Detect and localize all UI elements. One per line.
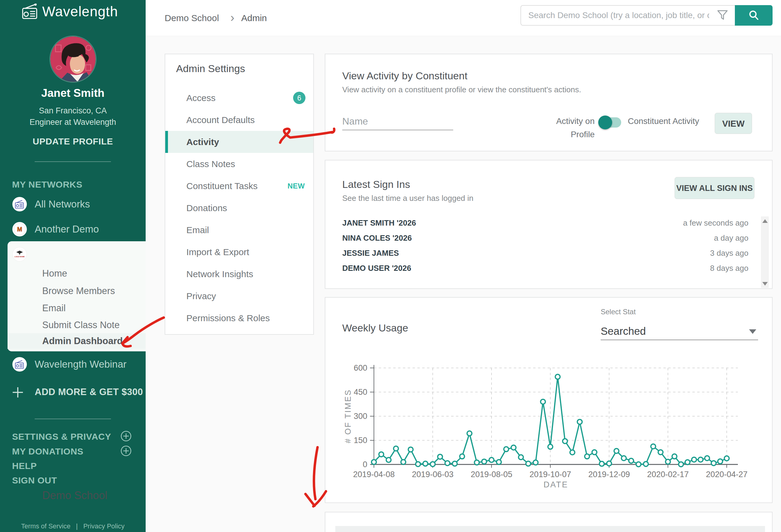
admin-settings-menu: Access6 Account Defaults Activity Class … xyxy=(165,87,313,329)
menu-item-account-defaults[interactable]: Account Defaults xyxy=(165,109,313,131)
menu-item-access[interactable]: Access6 xyxy=(165,87,313,109)
new-badge: NEW xyxy=(288,175,305,197)
avatar-image xyxy=(50,37,95,82)
stat-select[interactable]: Searched xyxy=(601,324,757,338)
view-button[interactable]: VIEW xyxy=(715,113,752,134)
menu-item-permissions-roles[interactable]: Permissions & Roles xyxy=(165,307,313,329)
profile-location: San Francisco, CA xyxy=(0,106,146,116)
view-activity-title: View Activity by Constituent xyxy=(342,70,467,82)
scroll-down-icon[interactable] xyxy=(762,282,768,286)
sign-in-row-name[interactable]: DEMO USER '2026 xyxy=(342,260,553,276)
menu-item-class-notes[interactable]: Class Notes xyxy=(165,153,313,175)
toggle-right-label: Constituent Activity xyxy=(628,115,706,128)
activity-toggle-knob[interactable] xyxy=(598,116,612,129)
svg-text:0: 0 xyxy=(363,460,367,469)
svg-text:2019-10-07: 2019-10-07 xyxy=(530,470,571,479)
svg-text:2020-02-17: 2020-02-17 xyxy=(647,470,689,479)
access-count-badge: 6 xyxy=(293,92,305,104)
sidebar-item-demo-school[interactable]: Demo School xyxy=(42,488,142,503)
crest-icon: M xyxy=(12,222,27,237)
admin-settings-card: Admin Settings Access6 Account Defaults … xyxy=(165,54,314,335)
svg-text:2020-04-27: 2020-04-27 xyxy=(706,470,747,479)
chevron-down-icon[interactable] xyxy=(749,329,756,334)
sign-in-row-time: a day ago xyxy=(567,231,748,245)
sidebar-item-all-networks[interactable]: All Networks xyxy=(35,197,90,211)
menu-item-constituent-tasks[interactable]: Constituent TasksNEW xyxy=(165,175,313,197)
radio-icon xyxy=(12,197,27,211)
view-activity-subtitle: View activity on a constituent profile o… xyxy=(342,85,581,94)
profile-role: Engineer at Wavelength xyxy=(0,118,146,127)
profile-name: Janet Smith xyxy=(0,87,146,99)
search-button[interactable] xyxy=(735,5,773,26)
svg-text:# OF TIMES: # OF TIMES xyxy=(343,389,353,443)
view-all-sign-ins-button[interactable]: VIEW ALL SIGN INS xyxy=(674,177,754,199)
menu-item-donations[interactable]: Donations xyxy=(165,197,313,219)
svg-text:300: 300 xyxy=(354,412,367,421)
my-networks-heading: MY NETWORKS xyxy=(12,178,127,191)
sidebar-item-admin-dashboard[interactable]: Admin Dashboard xyxy=(7,333,146,349)
svg-text:2019-04-08: 2019-04-08 xyxy=(353,470,395,479)
sidebar-item-email[interactable]: Email xyxy=(35,300,146,316)
breadcrumb-chevron-icon: › xyxy=(231,0,234,35)
sidebar-item-browse-members[interactable]: Browse Members xyxy=(35,283,146,299)
latest-sign-ins-card: Latest Sign Ins See the last time a user… xyxy=(325,160,773,289)
select-underline xyxy=(601,339,758,340)
sidebar: Wavelength xyxy=(0,0,146,532)
sidebar-item-home[interactable]: Home xyxy=(35,266,146,281)
svg-text:2019-06-03: 2019-06-03 xyxy=(412,470,454,479)
sign-in-row-name[interactable]: JANET SMITH '2026 xyxy=(342,215,553,231)
app-logo-text[interactable]: Wavelength xyxy=(42,3,139,20)
view-activity-card: View Activity by Constituent View activi… xyxy=(325,54,773,151)
name-input-underline xyxy=(342,130,453,130)
sidebar-item-settings-privacy[interactable]: SETTINGS & PRIVACY xyxy=(12,431,133,443)
sign-in-row-name[interactable]: NINA COLES '2026 xyxy=(342,231,553,245)
svg-text:LOGO NAME: LOGO NAME xyxy=(14,256,25,257)
page: Wavelength xyxy=(0,0,781,532)
svg-text:2019-12-09: 2019-12-09 xyxy=(588,470,630,479)
avatar[interactable] xyxy=(49,36,96,83)
school-logo-icon: LOGO NAME xyxy=(12,247,27,261)
search-icon xyxy=(748,9,760,22)
svg-text:150: 150 xyxy=(354,436,367,445)
weekly-usage-title: Weekly Usage xyxy=(342,321,463,334)
annotation-arrow-down xyxy=(305,447,326,506)
sidebar-item-wavelength-webinar[interactable]: Wavelength Webinar xyxy=(35,357,127,372)
footer-divider: | xyxy=(76,522,78,530)
sign-in-row-time: 3 days ago xyxy=(567,245,748,260)
terms-of-service-link[interactable]: Terms of Service xyxy=(21,522,71,530)
sidebar-item-sign-out[interactable]: SIGN OUT xyxy=(12,474,133,487)
menu-item-activity[interactable]: Activity xyxy=(165,131,313,153)
privacy-policy-link[interactable]: Privacy Policy xyxy=(83,522,125,530)
sign-ins-subtitle: See the last time a user has logged in xyxy=(342,194,474,203)
breadcrumb-parent[interactable]: Demo School xyxy=(165,0,219,36)
name-input[interactable]: Name xyxy=(342,116,433,129)
menu-item-email[interactable]: Email xyxy=(165,219,313,241)
sidebar-divider xyxy=(35,419,111,419)
sidebar-item-submit-class-note[interactable]: Submit Class Note xyxy=(35,317,146,333)
sign-in-row-name[interactable]: JESSIE JAMES xyxy=(342,245,553,260)
plus-circle-icon[interactable] xyxy=(120,431,132,442)
scrollbar[interactable] xyxy=(761,216,769,288)
placeholder-bar xyxy=(335,526,765,532)
menu-item-network-insights[interactable]: Network Insights xyxy=(165,263,313,285)
sign-ins-title: Latest Sign Ins xyxy=(342,178,410,190)
svg-text:M: M xyxy=(17,226,22,233)
add-more-button[interactable]: ADD MORE & GET $300 xyxy=(35,385,143,399)
svg-text:450: 450 xyxy=(354,387,367,397)
next-section-card xyxy=(325,512,773,532)
radio-logo-icon xyxy=(21,4,40,19)
sign-in-row-time: 8 days ago xyxy=(567,260,748,276)
menu-item-privacy[interactable]: Privacy xyxy=(165,285,313,307)
svg-text:DATE: DATE xyxy=(543,480,568,489)
plus-circle-icon[interactable] xyxy=(120,445,132,457)
update-profile-button[interactable]: UPDATE PROFILE xyxy=(0,136,146,147)
sidebar-item-my-donations[interactable]: MY DONATIONS xyxy=(12,445,133,458)
scroll-up-icon[interactable] xyxy=(762,219,768,223)
radio-icon xyxy=(12,357,27,372)
sidebar-item-another-demo[interactable]: Another Demo xyxy=(35,222,99,237)
sidebar-item-help[interactable]: HELP xyxy=(12,460,133,472)
menu-item-import-export[interactable]: Import & Export xyxy=(165,241,313,263)
svg-text:2019-08-05: 2019-08-05 xyxy=(471,470,512,479)
svg-text:600: 600 xyxy=(354,363,367,372)
filter-funnel-icon[interactable] xyxy=(717,10,728,21)
